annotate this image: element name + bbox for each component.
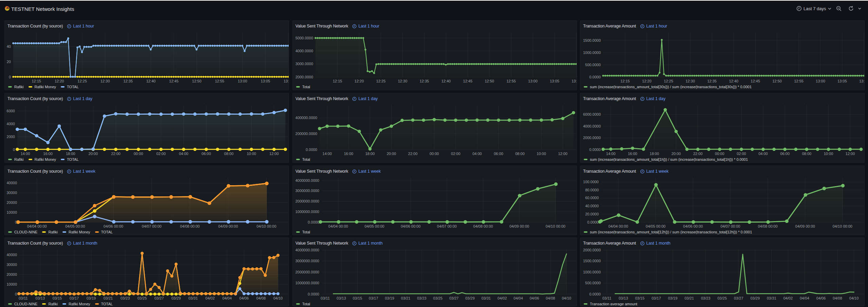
svg-text:04/04: 04/04	[800, 296, 809, 300]
svg-text:04/05 00:00: 04/05 00:00	[65, 224, 85, 228]
svg-text:13:00: 13:00	[238, 79, 247, 83]
svg-text:12:55: 12:55	[215, 79, 224, 83]
svg-text:1000000.0000: 1000000.0000	[295, 210, 319, 214]
svg-text:08:00: 08:00	[515, 152, 525, 156]
svg-text:1000000.0000: 1000000.0000	[295, 281, 319, 285]
svg-text:04:00: 04:00	[179, 152, 188, 156]
svg-text:04/06 00:00: 04/06 00:00	[401, 224, 420, 228]
svg-text:3000000.0000: 3000000.0000	[295, 189, 319, 193]
svg-text:03/31: 03/31	[188, 296, 198, 300]
svg-text:4000.0000: 4000.0000	[295, 49, 313, 53]
svg-text:04/02: 04/02	[205, 296, 215, 300]
svg-text:12:45: 12:45	[751, 79, 760, 83]
svg-text:12:50: 12:50	[192, 79, 202, 83]
svg-text:03/21: 03/21	[104, 296, 113, 300]
svg-text:80.0000: 80.0000	[585, 188, 599, 192]
svg-text:12:40: 12:40	[146, 79, 156, 83]
svg-text:03/23: 03/23	[417, 296, 427, 300]
svg-text:06:00: 06:00	[780, 152, 790, 156]
svg-text:03/31: 03/31	[482, 296, 491, 300]
svg-text:0.0000: 0.0000	[589, 292, 601, 296]
svg-text:18:00: 18:00	[365, 152, 375, 156]
svg-text:04/07 00:00: 04/07 00:00	[142, 224, 162, 228]
svg-text:10000: 10000	[6, 210, 17, 214]
svg-text:18:00: 18:00	[66, 152, 75, 156]
svg-text:04/08: 04/08	[546, 296, 555, 300]
svg-text:04/08: 04/08	[833, 296, 842, 300]
svg-text:12:00: 12:00	[846, 152, 855, 156]
svg-text:04/10 00:00: 04/10 00:00	[833, 224, 852, 228]
svg-text:04/06: 04/06	[816, 296, 826, 300]
svg-text:03/11: 03/11	[321, 296, 330, 300]
svg-text:03/19: 03/19	[87, 296, 96, 300]
svg-text:03/27: 03/27	[734, 296, 743, 300]
svg-text:4000.0000: 4000.0000	[583, 124, 601, 128]
svg-text:400000.0000: 400000.0000	[295, 116, 317, 120]
svg-text:12:15: 12:15	[333, 79, 342, 83]
svg-text:12:45: 12:45	[463, 79, 473, 83]
svg-text:12:50: 12:50	[772, 79, 782, 83]
svg-text:6000.0000: 6000.0000	[583, 112, 601, 116]
svg-text:04/06: 04/06	[530, 296, 539, 300]
svg-text:5000.0000: 5000.0000	[295, 36, 313, 40]
svg-text:4000000.0000: 4000000.0000	[295, 178, 319, 183]
svg-text:04/08 00:00: 04/08 00:00	[473, 224, 493, 228]
svg-text:03/23: 03/23	[121, 296, 130, 300]
svg-text:03/19: 03/19	[385, 296, 394, 300]
svg-text:13:05: 13:05	[550, 79, 559, 83]
svg-text:04/09 00:00: 04/09 00:00	[509, 224, 529, 228]
svg-text:20.0000: 20.0000	[585, 212, 599, 216]
svg-text:12:55: 12:55	[794, 79, 803, 83]
svg-text:0.0000: 0.0000	[587, 220, 599, 224]
svg-text:40: 40	[7, 44, 11, 49]
svg-text:04/08: 04/08	[256, 296, 266, 300]
svg-text:12:35: 12:35	[420, 79, 429, 83]
svg-text:12:25: 12:25	[77, 79, 87, 83]
svg-text:12:35: 12:35	[707, 79, 717, 83]
svg-text:20:00: 20:00	[89, 152, 98, 156]
svg-text:04/07 00:00: 04/07 00:00	[437, 224, 457, 228]
svg-text:03/17: 03/17	[652, 296, 661, 300]
svg-text:200000.0000: 200000.0000	[295, 132, 317, 136]
svg-text:04/05 00:00: 04/05 00:00	[365, 224, 384, 228]
svg-text:12:55: 12:55	[506, 79, 516, 83]
svg-text:13:05: 13:05	[837, 79, 847, 83]
svg-text:03/25: 03/25	[718, 296, 727, 300]
svg-text:500.0000: 500.0000	[585, 281, 601, 285]
svg-text:03/11: 03/11	[602, 296, 612, 300]
svg-text:02:00: 02:00	[737, 152, 746, 156]
svg-text:10:00: 10:00	[824, 152, 833, 156]
svg-text:04/10 00:00: 04/10 00:00	[256, 224, 276, 228]
svg-text:13:10: 13:10	[572, 79, 577, 83]
svg-text:04/04 00:00: 04/04 00:00	[608, 224, 628, 228]
svg-text:1500.0000: 1500.0000	[583, 259, 601, 263]
svg-text:03/13: 03/13	[619, 296, 628, 300]
svg-text:12:25: 12:25	[376, 79, 386, 83]
svg-text:2000.0000: 2000.0000	[295, 75, 313, 79]
svg-text:13:10: 13:10	[859, 79, 865, 83]
svg-text:04/09 00:00: 04/09 00:00	[218, 224, 238, 228]
svg-text:3000000.0000: 3000000.0000	[295, 259, 319, 263]
svg-text:04/09 00:00: 04/09 00:00	[795, 224, 815, 228]
svg-text:03/27: 03/27	[449, 296, 459, 300]
svg-text:0.0000: 0.0000	[308, 292, 319, 296]
svg-text:02:00: 02:00	[156, 152, 166, 156]
svg-text:10:00: 10:00	[247, 152, 256, 156]
svg-text:04/10: 04/10	[273, 296, 283, 300]
svg-text:06:00: 06:00	[202, 152, 211, 156]
svg-text:12:20: 12:20	[642, 79, 652, 83]
svg-text:6000: 6000	[7, 109, 15, 113]
svg-text:04/04: 04/04	[222, 296, 232, 300]
svg-text:3000.0000: 3000.0000	[295, 62, 313, 66]
svg-text:12:30: 12:30	[101, 79, 110, 83]
svg-text:22:00: 22:00	[693, 152, 703, 156]
svg-text:04/04 00:00: 04/04 00:00	[27, 224, 47, 228]
svg-text:04/10: 04/10	[849, 296, 859, 300]
svg-text:06:00: 06:00	[494, 152, 503, 156]
svg-text:04/08 00:00: 04/08 00:00	[758, 224, 778, 228]
svg-text:2000000.0000: 2000000.0000	[295, 270, 319, 274]
svg-text:00:00: 00:00	[134, 152, 143, 156]
svg-text:0: 0	[9, 75, 11, 79]
svg-text:1500.0000: 1500.0000	[583, 38, 601, 42]
svg-text:2000000.0000: 2000000.0000	[295, 199, 319, 203]
